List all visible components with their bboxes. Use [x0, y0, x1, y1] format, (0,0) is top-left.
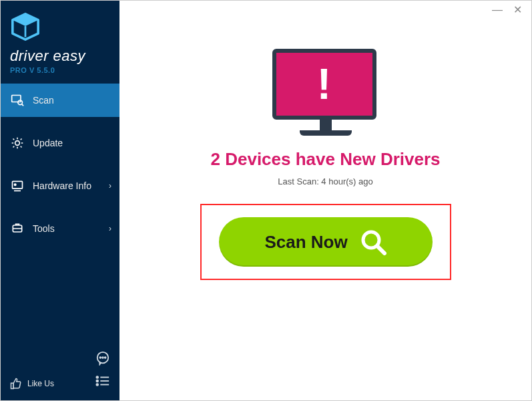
sidebar: driver easy PRO V 5.5.0 Scan Update [1, 1, 119, 400]
svg-point-15 [96, 376, 98, 378]
svg-marker-1 [13, 14, 38, 26]
magnifier-icon [360, 229, 386, 255]
window-controls: — ✕ [492, 1, 531, 19]
sidebar-item-label: Scan [33, 95, 54, 106]
svg-point-12 [99, 357, 101, 358]
sidebar-item-scan[interactable]: Scan [1, 84, 119, 117]
sidebar-item-update[interactable]: Update [1, 126, 119, 160]
svg-point-6 [15, 141, 20, 146]
scan-now-button[interactable]: Scan Now [219, 217, 433, 267]
svg-point-17 [96, 380, 98, 382]
exclamation-icon: ! [272, 49, 376, 120]
last-scan-text: Last Scan: 4 hour(s) ago [278, 176, 372, 186]
thumbs-up-icon [10, 378, 22, 390]
sidebar-footer: Like Us [1, 344, 119, 400]
update-icon [10, 136, 25, 150]
alert-monitor-graphic: ! [272, 49, 379, 136]
sidebar-nav: Scan Update Hardware Info › [1, 84, 119, 344]
sidebar-item-label: Hardware Info [33, 180, 91, 191]
svg-point-8 [14, 184, 16, 186]
like-us-button[interactable]: Like Us [10, 378, 54, 390]
footer-icons [95, 351, 110, 390]
brand-version: PRO V 5.5.0 [10, 66, 110, 74]
svg-point-19 [96, 384, 98, 386]
scan-highlight-frame: Scan Now [200, 204, 451, 280]
svg-point-13 [102, 357, 103, 358]
scan-search-icon [10, 94, 25, 107]
sidebar-item-label: Tools [33, 223, 55, 234]
main-content: ! 2 Devices have New Drivers Last Scan: … [119, 1, 531, 400]
svg-line-22 [377, 246, 384, 253]
svg-line-5 [22, 104, 24, 106]
menu-list-icon[interactable] [95, 375, 110, 390]
logo-area: driver easy PRO V 5.5.0 [1, 1, 119, 81]
minimize-button[interactable]: — [492, 5, 503, 15]
close-button[interactable]: ✕ [513, 5, 522, 15]
chevron-right-icon: › [109, 224, 111, 233]
scan-now-label: Scan Now [264, 232, 347, 253]
sidebar-item-hardware-info[interactable]: Hardware Info › [1, 169, 119, 203]
hardware-info-icon [10, 179, 25, 192]
tools-icon [10, 222, 25, 235]
svg-rect-10 [11, 383, 14, 388]
headline-text: 2 Devices have New Drivers [211, 149, 441, 170]
chevron-right-icon: › [109, 181, 111, 190]
brand-name: driver easy [10, 47, 110, 65]
sidebar-item-label: Update [33, 138, 63, 148]
like-us-label: Like Us [27, 379, 54, 388]
logo-icon [10, 13, 41, 41]
feedback-icon[interactable] [95, 351, 110, 368]
svg-point-14 [105, 357, 106, 358]
sidebar-item-tools[interactable]: Tools › [1, 212, 119, 245]
